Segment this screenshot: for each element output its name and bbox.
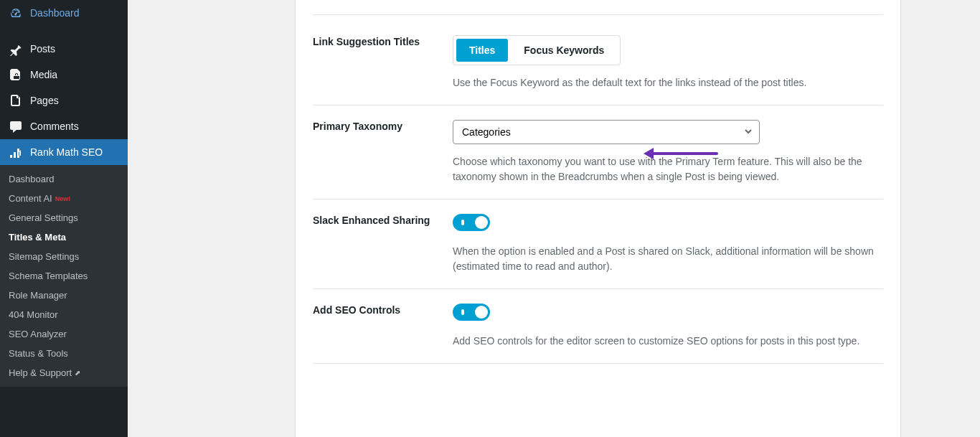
sidebar-item-rankmath[interactable]: Rank Math SEO (0, 139, 128, 165)
sidebar-item-media[interactable]: Media (0, 62, 128, 88)
comments-icon (9, 119, 23, 133)
setting-description: Use the Focus Keyword as the default tex… (453, 75, 883, 90)
menu-label: Pages (30, 95, 59, 106)
focus-keywords-button[interactable]: Focus Keywords (511, 39, 617, 62)
setting-description: When the option is enabled and a Post is… (453, 244, 883, 274)
sidebar-item-comments[interactable]: Comments (0, 113, 128, 139)
pin-icon (9, 42, 23, 56)
sidebar-item-dashboard[interactable]: Dashboard (0, 0, 128, 26)
rankmath-icon (9, 145, 23, 159)
setting-description: Choose which taxonomy you want to use wi… (453, 154, 883, 184)
submenu-seo-analyzer[interactable]: SEO Analyzer (0, 324, 128, 344)
titles-button[interactable]: Titles (456, 39, 508, 62)
submenu-help[interactable]: Help & Support⬈ (0, 363, 128, 382)
menu-label: Dashboard (30, 7, 80, 19)
sidebar-item-posts[interactable]: Posts (0, 36, 128, 62)
media-icon (9, 67, 23, 82)
seo-controls-toggle[interactable] (453, 304, 490, 321)
submenu-schema[interactable]: Schema Templates (0, 266, 128, 286)
external-link-icon: ⬈ (75, 369, 80, 377)
setting-primary-taxonomy: Primary Taxonomy Categories Choose which… (313, 105, 883, 199)
submenu-404[interactable]: 404 Monitor (0, 305, 128, 324)
button-group: Titles Focus Keywords (453, 35, 621, 65)
content-area: Link Suggestion Titles Titles Focus Keyw… (128, 0, 980, 437)
submenu-dashboard[interactable]: Dashboard (0, 169, 128, 189)
settings-panel: Link Suggestion Titles Titles Focus Keyw… (295, 0, 901, 437)
submenu-role-manager[interactable]: Role Manager (0, 286, 128, 305)
setting-label: Link Suggestion Titles (313, 36, 420, 47)
menu-label: Rank Math SEO (30, 146, 103, 158)
setting-link-suggestion: Link Suggestion Titles Titles Focus Keyw… (313, 14, 883, 105)
new-badge: New! (55, 195, 71, 202)
submenu-sitemap[interactable]: Sitemap Settings (0, 247, 128, 266)
setting-description: Add SEO controls for the editor screen t… (453, 334, 883, 349)
menu-label: Media (30, 69, 57, 80)
setting-slack-sharing: Slack Enhanced Sharing When the option i… (313, 199, 883, 289)
setting-label: Primary Taxonomy (313, 121, 402, 132)
submenu-general-settings[interactable]: General Settings (0, 208, 128, 227)
slack-toggle[interactable] (453, 214, 490, 231)
sidebar-item-pages[interactable]: Pages (0, 88, 128, 113)
submenu-titles-meta[interactable]: Titles & Meta (0, 227, 128, 247)
admin-sidebar: Dashboard Posts Media Pages Comments Ran… (0, 0, 128, 437)
submenu-status[interactable]: Status & Tools (0, 344, 128, 363)
setting-seo-controls: Add SEO Controls Add SEO controls for th… (313, 289, 883, 364)
submenu-content-ai[interactable]: Content AINew! (0, 189, 128, 208)
setting-label: Slack Enhanced Sharing (313, 215, 430, 226)
pages-icon (9, 93, 23, 108)
menu-label: Posts (30, 43, 55, 55)
dashboard-icon (9, 6, 23, 20)
menu-label: Comments (30, 121, 79, 132)
taxonomy-select[interactable]: Categories (453, 120, 760, 144)
rankmath-submenu: Dashboard Content AINew! General Setting… (0, 165, 128, 387)
setting-label: Add SEO Controls (313, 304, 400, 316)
